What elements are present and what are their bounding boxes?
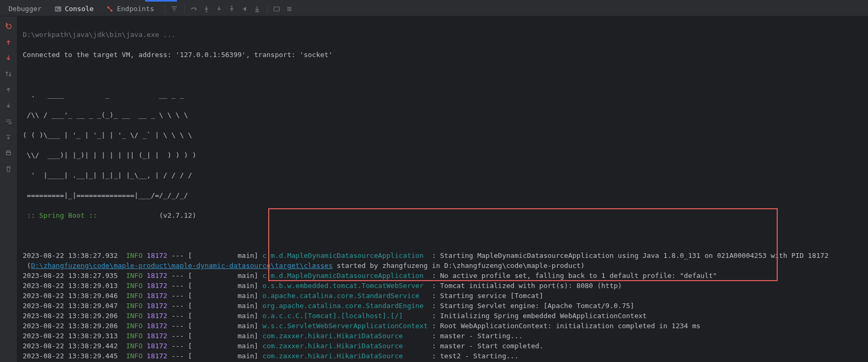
log-line: 2023-08-22 13:38:29.047 INFO 18172 --- […	[23, 301, 863, 311]
spring-boot-label: :: Spring Boot ::	[23, 211, 97, 219]
classes-path-link[interactable]: D:\zhangfuzeng\code\maple-product\maple-…	[31, 262, 333, 270]
log-line: 2023-08-22 13:38:29.206 INFO 18172 --- […	[23, 311, 863, 321]
blank	[23, 70, 863, 80]
scroll-up-icon[interactable]	[3, 84, 14, 96]
svg-point-3	[206, 11, 207, 12]
log-line: 2023-08-22 13:38:29.046 INFO 18172 --- […	[23, 291, 863, 301]
log-line: 2023-08-22 13:38:29.445 INFO 18172 --- […	[23, 351, 863, 361]
tab-debugger-label: Debugger	[8, 5, 42, 13]
log-line: 2023-08-22 13:38:27.932 INFO 18172 --- […	[23, 250, 863, 261]
toolbar-icons	[165, 4, 180, 14]
banner-l1: . ____ _ __ _ _	[23, 90, 863, 100]
rerun-icon[interactable]	[3, 21, 14, 32]
stop-up-icon[interactable]	[3, 36, 14, 48]
svg-rect-5	[274, 7, 279, 11]
toolbar-icons-3	[267, 4, 295, 14]
toolbar-icons-2	[184, 4, 263, 14]
svg-point-4	[231, 5, 233, 7]
scroll-down-icon[interactable]	[3, 100, 14, 112]
active-tab-indicator	[145, 0, 177, 2]
sort-icon[interactable]	[3, 68, 14, 80]
svg-rect-0	[55, 6, 61, 12]
console-output[interactable]: D:\workpath\java\jdk\bin\java.exe ... Co…	[17, 16, 868, 362]
step-out-icon[interactable]	[226, 3, 238, 15]
drop-frame-icon[interactable]	[239, 3, 250, 15]
log-line: 2023-08-22 13:38:29.313 INFO 18172 --- […	[23, 331, 863, 341]
tab-endpoints-label: Endpoints	[117, 5, 154, 13]
tab-console-label: Console	[65, 5, 94, 13]
spring-version: (v2.7.12)	[97, 211, 196, 219]
log-link-line: (D:\zhangfuzeng\code\maple-product\maple…	[23, 261, 863, 271]
banner-l6: =========|_|==============|___/=/_/_/_/	[23, 190, 863, 200]
svg-rect-6	[6, 152, 11, 155]
run-to-cursor-icon[interactable]	[251, 3, 263, 15]
settings-icon[interactable]	[284, 3, 295, 15]
left-gutter	[0, 16, 17, 362]
main-area: D:\workpath\java\jdk\bin\java.exe ... Co…	[0, 16, 868, 362]
log-line: 2023-08-22 13:38:29.442 INFO 18172 --- […	[23, 341, 863, 351]
filter-icon[interactable]	[168, 3, 180, 15]
endpoints-icon	[106, 5, 114, 13]
cmd-line: D:\workpath\java\jdk\bin\java.exe ...	[23, 30, 863, 40]
log-block-1: 2023-08-22 13:38:27.932 INFO 18172 --- […	[23, 250, 863, 362]
banner-l3: ( ( )\___ | '_ | '_| | '_ \/ _` | \ \ \ …	[23, 130, 863, 140]
console-icon	[54, 5, 62, 13]
force-step-into-icon[interactable]	[213, 3, 225, 15]
tab-bar: Debugger Console Endpoints	[0, 2, 868, 16]
banner-l4: \\/ ___)| |_)| | | | | || (_| | ) ) ) )	[23, 150, 863, 160]
log-line: 2023-08-22 13:38:29.013 INFO 18172 --- […	[23, 281, 863, 291]
blank2	[23, 230, 863, 240]
tab-endpoints[interactable]: Endpoints	[100, 2, 160, 16]
soft-wrap-icon[interactable]	[3, 116, 14, 127]
svg-rect-7	[7, 151, 10, 152]
step-over-icon[interactable]	[188, 3, 200, 15]
tab-debugger[interactable]: Debugger	[2, 2, 48, 16]
log-line: 2023-08-22 13:38:29.206 INFO 18172 --- […	[23, 321, 863, 331]
trash-icon[interactable]	[3, 163, 14, 175]
step-into-icon[interactable]	[201, 3, 212, 15]
log-line: 2023-08-22 13:38:27.935 INFO 18172 --- […	[23, 271, 863, 281]
scroll-to-end-icon[interactable]	[3, 132, 14, 143]
banner-l7: :: Spring Boot :: (v2.7.12)	[23, 210, 863, 220]
banner-l5: ' |____| .__|_| |_|_| |_\__, | / / / /	[23, 170, 863, 180]
stop-down-icon[interactable]	[3, 52, 14, 64]
print-icon[interactable]	[3, 147, 14, 159]
evaluate-icon[interactable]	[271, 3, 282, 15]
tab-console[interactable]: Console	[48, 2, 100, 16]
banner-l2: /\\ / ___'_ __ _ _(_)_ __ __ _ \ \ \ \	[23, 110, 863, 120]
connected-line: Connected to the target VM, address: '12…	[23, 50, 863, 60]
